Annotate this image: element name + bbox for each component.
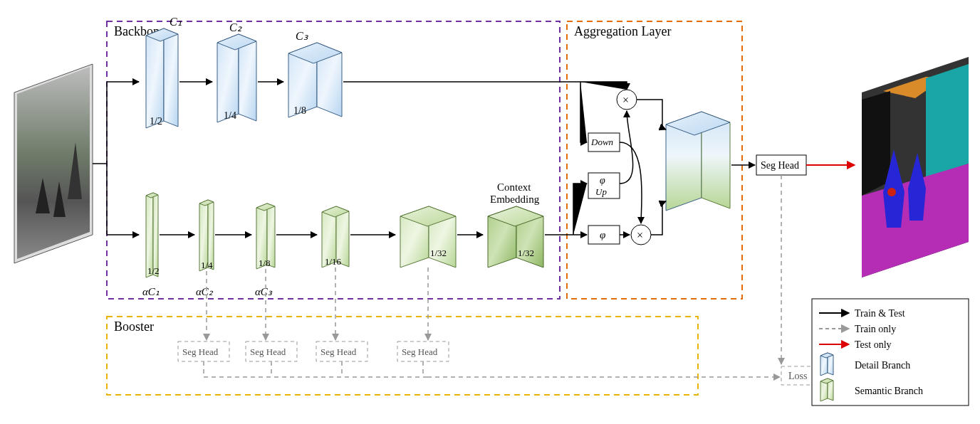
svg-text:×: × xyxy=(622,94,629,106)
detail-c2-frac: 1/4 xyxy=(224,110,236,121)
legend-semantic-branch: Semantic Branch xyxy=(855,386,923,396)
loss-label: Loss xyxy=(788,371,807,381)
semantic-ac2: αC₂ xyxy=(196,286,214,297)
detail-c3-frac: 1/8 xyxy=(293,105,306,116)
legend-test-only: Test only xyxy=(855,339,892,350)
semantic-s4-frac: 1/16 xyxy=(325,256,342,267)
legend-detail-swatch xyxy=(820,353,833,376)
down-label: Down xyxy=(590,137,613,147)
svg-marker-15 xyxy=(153,193,158,277)
svg-text:×: × xyxy=(637,229,643,241)
input-image xyxy=(14,64,93,263)
semantic-s5-frac: 1/32 xyxy=(430,248,447,258)
svg-point-44 xyxy=(887,188,896,196)
phi-label: φ xyxy=(600,229,605,240)
legend-semantic-swatch xyxy=(820,378,833,401)
detail-c3-label: C₃ xyxy=(296,30,308,42)
semantic-ac3: αC₃ xyxy=(255,286,273,297)
seghead-aux-4-label: Seg Head xyxy=(402,346,438,357)
seghead-aux-2-label: Seg Head xyxy=(250,346,286,357)
detail-c1-label: C₁ xyxy=(170,16,182,28)
seghead-aux-1-label: Seg Head xyxy=(182,346,219,357)
output-segmap xyxy=(862,57,969,277)
context-embedding-label-line1: Context xyxy=(497,181,531,193)
legend-train-only: Train only xyxy=(855,324,896,334)
svg-marker-40 xyxy=(862,91,890,196)
detail-c2-cube xyxy=(217,34,256,122)
booster-label: Booster xyxy=(114,319,154,334)
svg-marker-1 xyxy=(17,67,90,259)
aggregation-label: Aggregation Layer xyxy=(574,24,671,38)
svg-marker-39 xyxy=(926,64,969,178)
svg-marker-5 xyxy=(146,28,164,128)
semantic-s1-frac: 1/2 xyxy=(147,265,160,276)
semantic-s2-frac: 1/4 xyxy=(201,260,213,270)
context-embedding-cube xyxy=(488,206,543,267)
semantic-s3-frac: 1/8 xyxy=(259,258,271,268)
architecture-diagram: Backbone Aggregation Layer Booster C₁ 1/… xyxy=(0,0,980,424)
phi-up-phi: φ xyxy=(600,175,605,186)
detail-c2-label: C₂ xyxy=(229,21,242,33)
phi-up-up: Up xyxy=(595,186,607,197)
semantic-s5-cube xyxy=(400,206,456,267)
fused-cube xyxy=(666,112,730,211)
detail-c1-frac: 1/2 xyxy=(150,116,162,127)
context-embedding-label-line2: Embedding xyxy=(490,194,540,205)
seghead-aux-3-label: Seg Head xyxy=(320,346,357,357)
semantic-s6-frac: 1/32 xyxy=(518,248,534,258)
seghead-main-label: Seg Head xyxy=(761,160,799,171)
legend-detail-branch: Detail Branch xyxy=(855,360,910,371)
detail-c1-cube xyxy=(146,28,178,128)
semantic-ac1: αC₁ xyxy=(142,286,160,297)
svg-marker-6 xyxy=(164,28,178,127)
legend-train-test: Train & Test xyxy=(855,308,905,319)
